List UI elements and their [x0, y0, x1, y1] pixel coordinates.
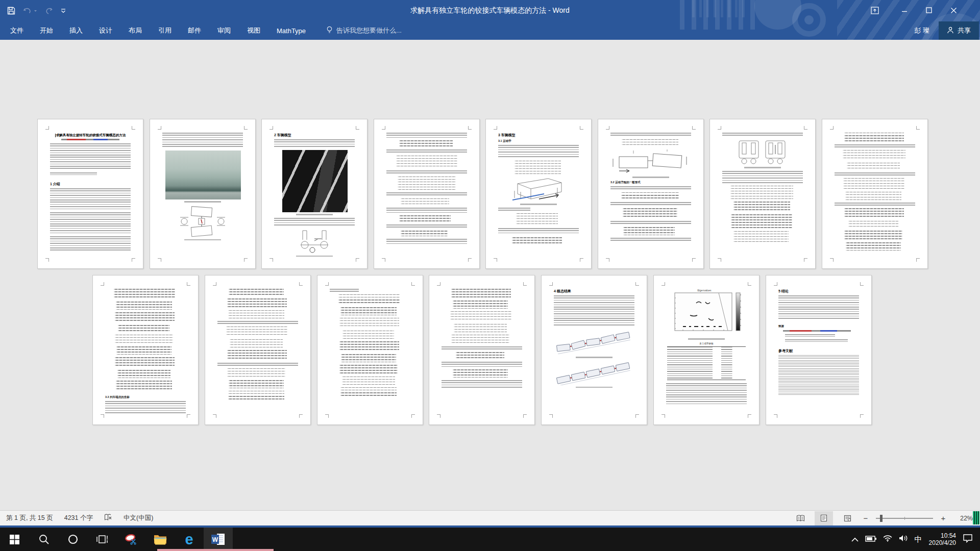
- word-count[interactable]: 4231 个字: [64, 514, 93, 522]
- tab-review[interactable]: 审阅: [209, 21, 239, 40]
- tab-view[interactable]: 视图: [239, 21, 268, 40]
- tab-insert[interactable]: 插入: [61, 21, 91, 40]
- zoom-in-button[interactable]: +: [939, 514, 947, 522]
- document-title: 求解具有独立旋转车轮的铰接式车辆模态的方法: [50, 133, 131, 137]
- figure-mode-shape-1: [554, 329, 634, 355]
- ribbon-display-options-button[interactable]: [863, 0, 887, 20]
- wifi-icon[interactable]: [883, 535, 892, 544]
- background-window-sliver: [973, 511, 979, 524]
- word-taskbar-button[interactable]: W: [204, 528, 233, 551]
- text-block: [162, 133, 243, 148]
- ime-indicator[interactable]: 中: [915, 535, 922, 544]
- equation-block: [115, 335, 173, 344]
- battery-icon[interactable]: [865, 535, 876, 544]
- parameters-table: [667, 346, 746, 380]
- proofing-icon[interactable]: [104, 514, 112, 523]
- language-indicator[interactable]: 中文(中国): [124, 514, 153, 522]
- page-thumbnail-9[interactable]: 3.3 列车端点的坐标: [92, 275, 199, 425]
- page-thumbnail-10[interactable]: [205, 275, 311, 425]
- share-button[interactable]: 共享: [939, 21, 979, 40]
- zoom-level[interactable]: 22%: [952, 515, 973, 522]
- search-button[interactable]: [29, 528, 58, 551]
- page-thumbnail-12[interactable]: [429, 275, 535, 425]
- page-thumbnail-7[interactable]: [709, 119, 816, 269]
- equation-block: [228, 391, 285, 400]
- text-block: [442, 380, 522, 388]
- page-thumbnail-2[interactable]: [150, 119, 256, 269]
- screenshot-tool-button[interactable]: [116, 528, 145, 551]
- equation-block: [117, 370, 170, 378]
- edge-button[interactable]: e: [175, 528, 204, 551]
- page-thumbnail-3[interactable]: 2 车辆模型: [261, 119, 368, 269]
- start-button[interactable]: [0, 528, 29, 551]
- close-button[interactable]: [941, 0, 966, 20]
- figure-mode-shape-2: [554, 361, 634, 385]
- maximize-button[interactable]: [917, 0, 941, 20]
- task-view-button[interactable]: [87, 528, 116, 551]
- text-block: [386, 239, 467, 245]
- text-block: [217, 363, 298, 366]
- section-heading: 2 车辆模型: [274, 133, 355, 137]
- tell-me-box[interactable]: 告诉我您想要做什么...: [326, 26, 402, 35]
- page-thumbnail-4[interactable]: [374, 119, 480, 269]
- subsection-heading: 3.1 运动学: [498, 139, 579, 143]
- title-bar: 求解具有独立车轮的铰接式车辆模态的方法 - Word 文件 开始 插入: [0, 0, 980, 40]
- tab-mailings[interactable]: 邮件: [180, 21, 209, 40]
- tab-home[interactable]: 开始: [32, 21, 61, 40]
- tab-file[interactable]: 文件: [2, 21, 32, 40]
- page-thumbnail-8[interactable]: [822, 119, 928, 269]
- page-thumbnail-1[interactable]: 求解具有独立旋转车轮的铰接式车辆模态的方法 1 介绍: [37, 119, 143, 269]
- minimize-button[interactable]: [892, 0, 917, 20]
- equation-block: [730, 186, 793, 199]
- text-block: [50, 212, 131, 234]
- equation-block: [845, 192, 902, 200]
- equation-block: [453, 369, 507, 378]
- signed-in-user[interactable]: 彭 璨: [914, 26, 929, 35]
- page-thumbnail-13[interactable]: 4 模态结果: [541, 275, 647, 425]
- text-block: [785, 339, 848, 342]
- zoom-slider-thumb[interactable]: [880, 515, 883, 522]
- cortana-button[interactable]: [58, 528, 87, 551]
- zoom-slider[interactable]: [876, 518, 933, 519]
- clock[interactable]: 10:54 2020/4/20: [929, 532, 956, 546]
- table-caption: 表 1 模型参数: [666, 342, 747, 345]
- equation-block: [733, 231, 788, 242]
- figure-wheelset-diagram: [274, 230, 355, 254]
- background-app-strip: [157, 549, 274, 551]
- text-block: [722, 133, 803, 136]
- equation-block: [396, 156, 457, 168]
- abstract-text: [50, 143, 131, 170]
- edge-icon: e: [185, 532, 193, 547]
- search-icon: [38, 534, 50, 545]
- hidden-icons-chevron[interactable]: [851, 535, 859, 544]
- page-indicator[interactable]: 第 1 页, 共 15 页: [6, 514, 53, 522]
- volume-icon[interactable]: [899, 535, 908, 544]
- text-block: [498, 145, 579, 158]
- text-block: [274, 218, 355, 227]
- zoom-out-button[interactable]: −: [862, 514, 870, 522]
- screenshot-tool-icon: [125, 533, 138, 545]
- equation-block: [733, 202, 790, 212]
- file-explorer-button[interactable]: [145, 528, 175, 551]
- equation-block: [454, 324, 507, 332]
- equation-block: [230, 339, 283, 347]
- tab-layout[interactable]: 布局: [120, 21, 150, 40]
- page-thumbnail-14[interactable]: Eigenvalues 表 1 模型参数: [653, 275, 760, 425]
- text-block: [610, 238, 691, 242]
- page-thumbnail-15[interactable]: 5 结论 致谢 参考文献: [766, 275, 872, 425]
- figure-two-carbodies: [610, 148, 691, 175]
- web-layout-button[interactable]: [838, 511, 856, 525]
- action-center-button[interactable]: [963, 534, 973, 545]
- print-layout-button[interactable]: [815, 511, 833, 525]
- windows-logo-icon: [10, 535, 19, 544]
- tab-design[interactable]: 设计: [91, 21, 120, 40]
- page-thumbnail-11[interactable]: [317, 275, 423, 425]
- page-thumbnail-6[interactable]: 3.2 运动方程的一般形式: [598, 119, 704, 269]
- equation-block: [118, 325, 169, 332]
- read-mode-button[interactable]: [791, 511, 810, 525]
- tab-mathtype[interactable]: MathType: [268, 21, 314, 40]
- tab-references[interactable]: 引用: [150, 21, 180, 40]
- text-block: [50, 188, 131, 210]
- page-thumbnail-5[interactable]: 3 车辆模型 3.1 运动学: [485, 119, 592, 269]
- text-block: [330, 289, 359, 292]
